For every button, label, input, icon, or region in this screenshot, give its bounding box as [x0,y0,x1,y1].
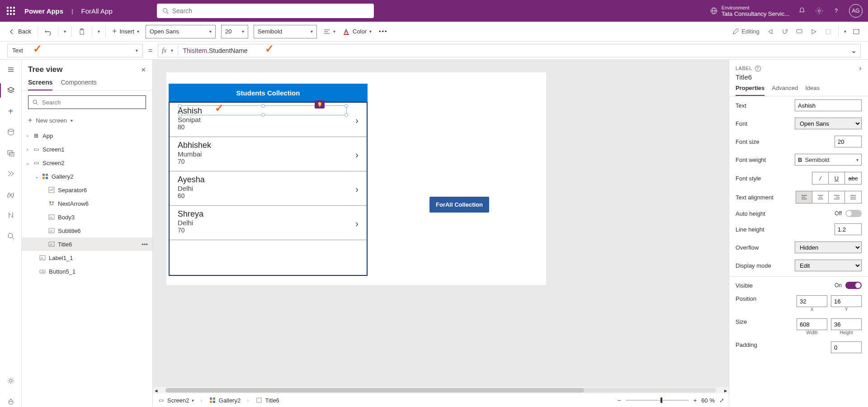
next-arrow-icon[interactable]: › [355,150,359,160]
editing-mode-button[interactable]: Editing [731,26,760,37]
formula-bar[interactable]: fx ▾ ThisItem.StudentName ✓ ⌄ [158,44,861,57]
tree-item-screen2[interactable]: ⌄▭Screen2 [22,156,152,170]
prop-displaymode-select[interactable]: Edit [795,260,862,271]
forall-collection-button[interactable]: ForAll Collection [429,197,489,213]
row-score[interactable]: 80 [178,123,359,131]
font-family-dropdown[interactable]: Open Sans▾ [146,25,216,38]
align-justify-button[interactable] [845,191,861,203]
italic-button[interactable]: / [812,172,829,184]
gallery-row[interactable]: Shreya Delhi 70 › [170,206,367,240]
strike-button[interactable]: abc [845,172,861,184]
crumb-gallery2[interactable]: Gallery2 [209,397,241,404]
zoom-out-button[interactable]: − [618,397,621,404]
underline-button[interactable]: U [829,172,845,184]
fit-screen-button[interactable]: ⤢ [719,397,724,404]
prop-padding-input[interactable] [831,341,862,353]
undo-button[interactable] [43,26,52,37]
notifications-icon[interactable] [797,6,807,15]
align-button[interactable]: ▾ [322,26,336,37]
crumb-title6[interactable]: Title6 [255,397,279,404]
environment-picker[interactable]: Environment Tata Consultancy Servic... [710,5,789,17]
tree-item-app[interactable]: ›⊞App [22,129,152,142]
preview-button[interactable] [809,26,818,37]
undo-chevron[interactable]: ▾ [64,29,66,34]
crumb-screen2[interactable]: ▭Screen2▾ [157,397,194,404]
tab-components[interactable]: Components [61,79,96,90]
rail-tree-view[interactable] [5,85,16,96]
gallery-row[interactable]: Abhishek Mumbai 70 › [170,137,367,171]
rail-media[interactable] [5,147,16,158]
gallery-row[interactable]: 💡 Ashish ✓ Sonipat 80 › [170,103,367,137]
prop-overflow-select[interactable]: Hidden [795,241,862,253]
tree-item-button5-1[interactable]: AbButton5_1 [22,265,152,278]
tree-item-subtitle6[interactable]: Subtitle6 [22,224,152,237]
row-sub[interactable]: Sonipat [178,116,359,123]
prop-height-input[interactable] [831,318,862,330]
insert-button[interactable]: + Insert ▾ [111,25,140,38]
prop-y-input[interactable] [831,295,862,307]
paste-chevron[interactable]: ▾ [98,29,100,34]
tree-item-title6[interactable]: Title6••• [22,237,152,251]
formula-expand-icon[interactable]: ⌄ [851,46,857,55]
paste-button[interactable] [77,26,86,37]
zoom-slider[interactable] [626,400,689,401]
props-tab-advanced[interactable]: Advanced [772,85,798,96]
next-arrow-icon[interactable]: › [355,115,359,126]
next-arrow-icon[interactable]: › [355,218,359,229]
close-tree-view[interactable]: ✕ [141,66,146,73]
rail-settings[interactable] [5,375,16,386]
save-chevron[interactable]: ▾ [844,29,846,34]
panel-expand-icon[interactable]: › [859,64,862,72]
rail-advanced-tools[interactable] [5,210,16,221]
global-search[interactable] [157,4,374,18]
tab-screens[interactable]: Screens [28,79,52,90]
props-tab-ideas[interactable]: Ideas [805,85,820,96]
selection-box[interactable]: 💡 [179,105,347,115]
gallery-header-label[interactable]: Students Collection [169,84,368,102]
gallery-row[interactable]: Ayesha Delhi 60 › [170,171,367,206]
help-icon[interactable]: ? [832,6,841,15]
horizontal-scrollbar[interactable]: ◂ ▸ [153,387,729,393]
tree-item-nextarrow6[interactable]: NextArrow6 [22,197,152,210]
align-right-button[interactable] [829,191,845,203]
tree-search-input[interactable] [42,99,142,106]
align-left-button[interactable] [796,191,812,203]
app-checker-button[interactable] [780,26,789,37]
zoom-in-button[interactable]: + [693,397,697,404]
font-weight-dropdown[interactable]: Semibold▾ [254,25,317,38]
tree-item-separator6[interactable]: Separator6 [22,183,152,197]
tree-item-gallery2[interactable]: ⌄Gallery2 [22,170,152,183]
tree-item-label1-1[interactable]: Label1_1 [22,251,152,265]
rail-virtual-agent[interactable] [5,396,16,407]
fx-chevron[interactable]: ▾ [171,48,173,53]
rail-data[interactable] [5,127,16,137]
ideas-badge[interactable]: 💡 [315,100,325,109]
waffle-icon[interactable] [5,5,16,16]
tree-item-body3[interactable]: Body3 [22,210,152,224]
font-size-dropdown[interactable]: 20▾ [221,25,248,38]
new-screen-button[interactable]: +New screen▾ [22,114,152,127]
prop-fontweight-value[interactable]: Semibold [805,156,856,163]
tree-item-more[interactable]: ••• [142,241,148,248]
more-commands-button[interactable]: ••• [378,26,389,37]
font-color-button[interactable]: AColor▾ [342,26,373,37]
gallery[interactable]: 💡 Ashish ✓ Sonipat 80 › Abhishek Mumbai … [169,102,368,276]
comments-button[interactable] [795,26,804,37]
rail-insert[interactable]: + [5,106,16,117]
prop-font-select[interactable]: Open Sans [795,118,862,129]
prop-x-input[interactable] [797,295,827,307]
rail-variables[interactable]: (x) [5,189,16,200]
autoheight-toggle[interactable] [845,210,862,217]
rail-power-automate[interactable] [5,168,16,179]
back-button[interactable]: Back [7,26,32,37]
prop-text-input[interactable] [795,99,862,111]
info-icon[interactable]: ? [755,66,761,71]
align-center-button[interactable] [812,191,829,203]
rail-search[interactable] [5,231,16,241]
share-button[interactable] [766,26,775,37]
next-arrow-icon[interactable]: › [355,184,359,194]
props-tab-properties[interactable]: Properties [736,85,764,96]
property-selector[interactable]: Text ✓ ▾ [7,44,143,57]
settings-icon[interactable] [815,6,824,15]
prop-fontsize-input[interactable] [835,136,862,147]
